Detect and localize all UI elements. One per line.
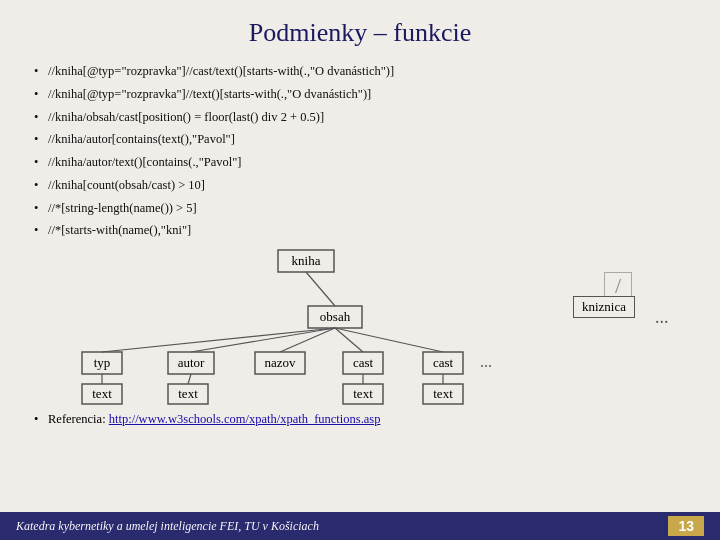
- footer-bar: Katedra kybernetiky a umelej inteligenci…: [0, 512, 720, 540]
- bullet-item-8: //*[starts-with(name(),"kni"]: [30, 219, 690, 242]
- reference-url[interactable]: http://www.w3schools.com/xpath/xpath_fun…: [109, 412, 381, 426]
- bullet-list: //kniha[@typ="rozpravka"]//cast/text()[s…: [30, 60, 690, 242]
- svg-text:autor: autor: [178, 355, 205, 370]
- svg-text:text: text: [353, 386, 373, 401]
- svg-text:cast: cast: [433, 355, 454, 370]
- svg-text:...: ...: [655, 307, 669, 327]
- bullet-item-6: //kniha[count(obsah/cast) > 10]: [30, 174, 690, 197]
- bullet-item-7: //*[string-length(name()) > 5]: [30, 197, 690, 220]
- svg-text:text: text: [92, 386, 112, 401]
- slide: Podmienky – funkcie //kniha[@typ="rozpra…: [0, 0, 720, 540]
- diagram-area: / kniznica kniha ... obsah typ autor naz…: [30, 248, 690, 408]
- page-number: 13: [668, 516, 704, 536]
- svg-text:text: text: [178, 386, 198, 401]
- svg-text:...: ...: [480, 353, 492, 370]
- bullet-item-5: //kniha/autor/text()[contains(.,"Pavol"]: [30, 151, 690, 174]
- reference-prefix: Referencia:: [48, 412, 106, 426]
- footer-text: Katedra kybernetiky a umelej inteligenci…: [16, 519, 319, 534]
- reference-line: Referencia: http://www.w3schools.com/xpa…: [30, 412, 690, 427]
- svg-line-19: [280, 328, 335, 352]
- svg-line-21: [335, 328, 443, 352]
- svg-line-27: [188, 374, 191, 384]
- bullet-item-3: //kniha/obsah/cast[position() = floor(la…: [30, 106, 690, 129]
- tree-svg: kniha ... obsah typ autor nazov cast c: [30, 248, 690, 408]
- svg-line-17: [102, 328, 335, 352]
- svg-text:typ: typ: [94, 355, 111, 370]
- svg-text:nazov: nazov: [264, 355, 296, 370]
- bullet-item-4: //kniha/autor[contains(text(),"Pavol"]: [30, 128, 690, 151]
- bullet-item-1: //kniha[@typ="rozpravka"]//cast/text()[s…: [30, 60, 690, 83]
- svg-line-18: [191, 328, 335, 352]
- bullet-item-2: //kniha[@typ="rozpravka"]//text()[starts…: [30, 83, 690, 106]
- svg-text:kniha: kniha: [292, 253, 321, 268]
- svg-line-5: [306, 272, 335, 306]
- svg-text:cast: cast: [353, 355, 374, 370]
- svg-text:text: text: [433, 386, 453, 401]
- svg-text:obsah: obsah: [320, 309, 351, 324]
- slide-title: Podmienky – funkcie: [30, 18, 690, 48]
